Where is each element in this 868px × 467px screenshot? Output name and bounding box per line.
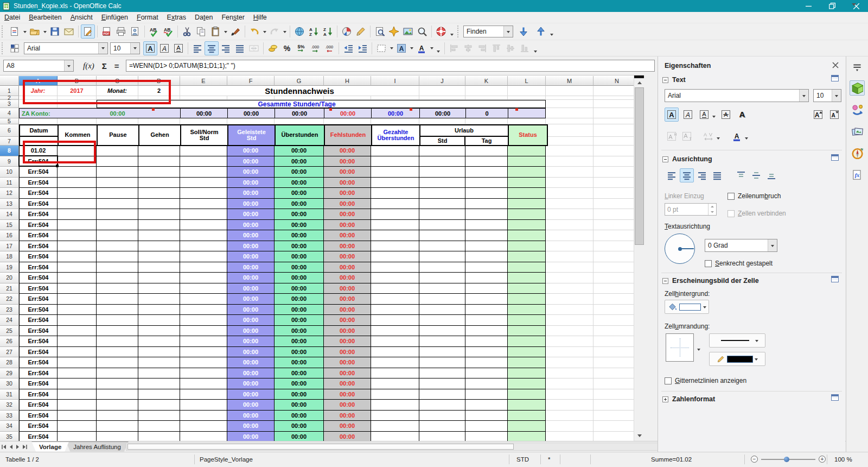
cell-B11[interactable]	[58, 178, 97, 188]
cell[interactable]	[97, 118, 138, 124]
cell-E16[interactable]	[180, 230, 227, 241]
cell-K32[interactable]	[465, 400, 508, 411]
cell-E14[interactable]	[180, 209, 227, 220]
last-sheet-icon[interactable]	[21, 443, 28, 451]
cell-E34[interactable]	[180, 421, 227, 432]
cell-J10[interactable]	[419, 167, 465, 178]
cell-F9[interactable]: 00:00	[227, 156, 275, 167]
cell-A22[interactable]: Err:504	[19, 294, 58, 305]
cell-E22[interactable]	[180, 294, 227, 305]
obj-align-bottom-button[interactable]	[518, 41, 532, 55]
cell-I31[interactable]	[371, 389, 419, 400]
row-header-29[interactable]: 29	[0, 368, 19, 379]
cell-D8[interactable]	[138, 146, 180, 156]
cell-background-color-button[interactable]	[665, 300, 709, 314]
page-preview-button[interactable]	[128, 24, 142, 39]
cell-F21[interactable]: 00:00	[227, 283, 275, 294]
cell[interactable]	[546, 230, 593, 241]
sidebar-increase-font-button[interactable]: A	[811, 108, 825, 122]
equals-icon[interactable]: =	[114, 61, 119, 71]
cell-G25[interactable]: 00:00	[275, 326, 324, 337]
cell[interactable]	[138, 96, 180, 100]
align-left-button[interactable]	[190, 41, 205, 55]
cell-D25[interactable]	[138, 326, 180, 337]
cell-F18[interactable]: 00:00	[227, 251, 275, 262]
cell-F20[interactable]: 00:00	[227, 273, 275, 283]
cell-D28[interactable]	[138, 357, 180, 368]
cell-K27[interactable]	[465, 347, 508, 358]
cell-A26[interactable]: Err:504	[19, 336, 58, 347]
find-next-button[interactable]	[516, 24, 531, 39]
email-button[interactable]	[62, 24, 76, 39]
cell-A4-za-konto[interactable]: ZA Konto:	[19, 108, 97, 118]
cell-L13[interactable]	[508, 199, 546, 210]
cell[interactable]	[546, 400, 593, 411]
sidebar-font-color-button[interactable]: A	[730, 129, 744, 143]
row-header-23[interactable]: 23	[0, 305, 19, 315]
cell-J27[interactable]	[419, 347, 465, 358]
cell-H35[interactable]: 00:00	[324, 432, 371, 441]
cell-K28[interactable]	[465, 357, 508, 368]
cell-H14[interactable]: 00:00	[324, 209, 371, 220]
row-header-5[interactable]: 5	[0, 118, 19, 124]
find-toolbar-grip[interactable]	[457, 26, 462, 37]
menu-format[interactable]: Format	[132, 12, 163, 22]
cell-C10[interactable]	[97, 167, 138, 178]
cell-D29[interactable]	[138, 368, 180, 379]
border-line-style-button[interactable]	[709, 333, 765, 348]
cell-L10[interactable]	[508, 167, 546, 178]
zoom-out-icon[interactable]: −	[751, 456, 758, 463]
cell-H15[interactable]: 00:00	[324, 220, 371, 231]
cell-A11[interactable]: Err:504	[19, 178, 58, 188]
cell-B22[interactable]	[58, 294, 97, 305]
decrease-indent-button[interactable]	[341, 41, 355, 55]
cell-L32[interactable]	[508, 400, 546, 411]
sidebar-justify-button[interactable]	[710, 168, 724, 182]
grid-button[interactable]	[8, 41, 22, 55]
cell-H28[interactable]: 00:00	[324, 357, 371, 368]
cell-C11[interactable]	[97, 178, 138, 188]
cell-F27[interactable]: 00:00	[227, 347, 275, 358]
collapse-icon[interactable]	[662, 156, 668, 162]
cell-F4[interactable]: 00:00	[227, 108, 275, 118]
cell-E27[interactable]	[180, 347, 227, 358]
cell-C27[interactable]	[97, 347, 138, 358]
cell-F13[interactable]: 00:00	[227, 199, 275, 210]
cell-H13[interactable]: 00:00	[324, 199, 371, 210]
cell-K11[interactable]	[465, 178, 508, 188]
cell-L9[interactable]	[508, 156, 546, 167]
row-header-12[interactable]: 12	[0, 188, 19, 199]
cell-E4[interactable]: 00:00	[180, 108, 227, 118]
cell[interactable]	[546, 100, 593, 108]
section-text[interactable]: Text	[662, 76, 686, 84]
row-header-22[interactable]: 22	[0, 294, 19, 305]
borders-button[interactable]	[374, 41, 388, 55]
cell-K18[interactable]	[465, 251, 508, 262]
gallery-button[interactable]	[401, 24, 415, 39]
cell-J35[interactable]	[419, 432, 465, 441]
open-dropdown-icon[interactable]	[42, 24, 48, 39]
row-header-10[interactable]: 10	[0, 167, 19, 178]
font-name-select[interactable]: Arial	[24, 42, 108, 54]
cell[interactable]	[324, 96, 371, 100]
toolbar-grip[interactable]	[2, 42, 6, 54]
cell-D16[interactable]	[138, 230, 180, 241]
row-header-9[interactable]: 9	[0, 156, 19, 167]
cell-L30[interactable]	[508, 378, 546, 389]
row-header-24[interactable]: 24	[0, 315, 19, 326]
cell-C35[interactable]	[97, 432, 138, 441]
sidebar-tab-properties[interactable]	[850, 80, 865, 96]
cell-F12[interactable]: 00:00	[227, 188, 275, 199]
cell-J18[interactable]	[419, 251, 465, 262]
cell-H16[interactable]: 00:00	[324, 230, 371, 241]
cell-L16[interactable]	[508, 230, 546, 241]
cell-J8[interactable]	[419, 146, 465, 156]
sheet-tab-vorlage[interactable]: Vorlage	[31, 441, 69, 452]
cell-D21[interactable]	[138, 283, 180, 294]
cell-C34[interactable]	[97, 421, 138, 432]
cell-B27[interactable]	[58, 347, 97, 358]
cell[interactable]	[275, 118, 324, 124]
cell[interactable]	[546, 241, 593, 252]
cell-G21[interactable]: 00:00	[275, 283, 324, 294]
toolbar-overflow-icon[interactable]	[532, 41, 539, 55]
